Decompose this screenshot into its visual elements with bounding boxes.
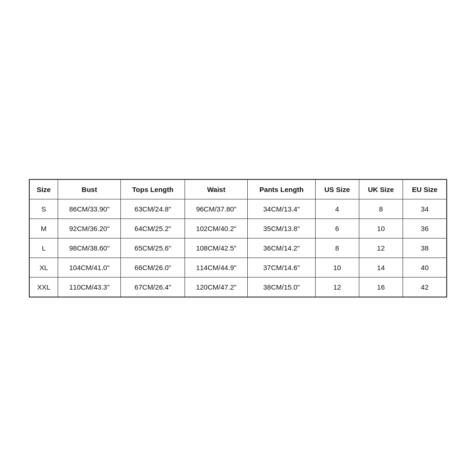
cell-uk-size: 12 [359, 238, 403, 258]
cell-tops-length: 67CM/26.4" [121, 277, 185, 297]
cell-pants-length: 36CM/14.2" [248, 238, 316, 258]
table-row: M92CM/36.20"64CM/25.2"102CM/40.2"35CM/13… [30, 218, 447, 238]
cell-eu-size: 40 [403, 258, 447, 277]
cell-tops-length: 66CM/26.0" [121, 258, 185, 277]
cell-pants-length: 34CM/13.4" [248, 199, 316, 218]
cell-size: M [30, 218, 58, 238]
cell-waist: 96CM/37.80" [185, 199, 248, 218]
col-header-uk-size: UK Size [359, 179, 403, 199]
table-row: XXL110CM/43.3"67CM/26.4"120CM/47.2"38CM/… [30, 277, 447, 297]
cell-size: XXL [30, 277, 58, 297]
cell-tops-length: 63CM/24.8" [121, 199, 185, 218]
cell-uk-size: 16 [359, 277, 403, 297]
cell-uk-size: 8 [359, 199, 403, 218]
cell-bust: 92CM/36.20" [58, 218, 121, 238]
cell-uk-size: 10 [359, 218, 403, 238]
col-header-pants-length: Pants Length [248, 179, 316, 199]
col-header-bust: Bust [58, 179, 121, 199]
table-row: S86CM/33.90"63CM/24.8"96CM/37.80"34CM/13… [30, 199, 447, 218]
cell-waist: 114CM/44.9" [185, 258, 248, 277]
cell-tops-length: 65CM/25.6" [121, 238, 185, 258]
col-header-tops-length: Tops Length [121, 179, 185, 199]
cell-us-size: 4 [315, 199, 359, 218]
col-header-us-size: US Size [315, 179, 359, 199]
cell-us-size: 8 [315, 238, 359, 258]
cell-us-size: 6 [315, 218, 359, 238]
cell-bust: 86CM/33.90" [58, 199, 121, 218]
table-row: XL104CM/41.0"66CM/26.0"114CM/44.9"37CM/1… [30, 258, 447, 277]
cell-bust: 110CM/43.3" [58, 277, 121, 297]
cell-us-size: 12 [315, 277, 359, 297]
cell-size: L [30, 238, 58, 258]
col-header-eu-size: EU Size [403, 179, 447, 199]
cell-pants-length: 35CM/13.8" [248, 218, 316, 238]
cell-eu-size: 38 [403, 238, 447, 258]
cell-bust: 104CM/41.0" [58, 258, 121, 277]
cell-eu-size: 42 [403, 277, 447, 297]
cell-pants-length: 37CM/14.6" [248, 258, 316, 277]
cell-us-size: 10 [315, 258, 359, 277]
table-row: L98CM/38.60"65CM/25.6"108CM/42.5"36CM/14… [30, 238, 447, 258]
cell-uk-size: 14 [359, 258, 403, 277]
cell-tops-length: 64CM/25.2" [121, 218, 185, 238]
cell-pants-length: 38CM/15.0" [248, 277, 316, 297]
cell-size: XL [30, 258, 58, 277]
size-chart-container: Size Bust Tops Length Waist Pants Length… [29, 179, 447, 298]
col-header-waist: Waist [185, 179, 248, 199]
cell-eu-size: 34 [403, 199, 447, 218]
cell-bust: 98CM/38.60" [58, 238, 121, 258]
table-header-row: Size Bust Tops Length Waist Pants Length… [30, 179, 447, 199]
cell-waist: 120CM/47.2" [185, 277, 248, 297]
cell-eu-size: 36 [403, 218, 447, 238]
size-chart-table: Size Bust Tops Length Waist Pants Length… [29, 179, 447, 297]
col-header-size: Size [30, 179, 58, 199]
cell-size: S [30, 199, 58, 218]
cell-waist: 102CM/40.2" [185, 218, 248, 238]
cell-waist: 108CM/42.5" [185, 238, 248, 258]
